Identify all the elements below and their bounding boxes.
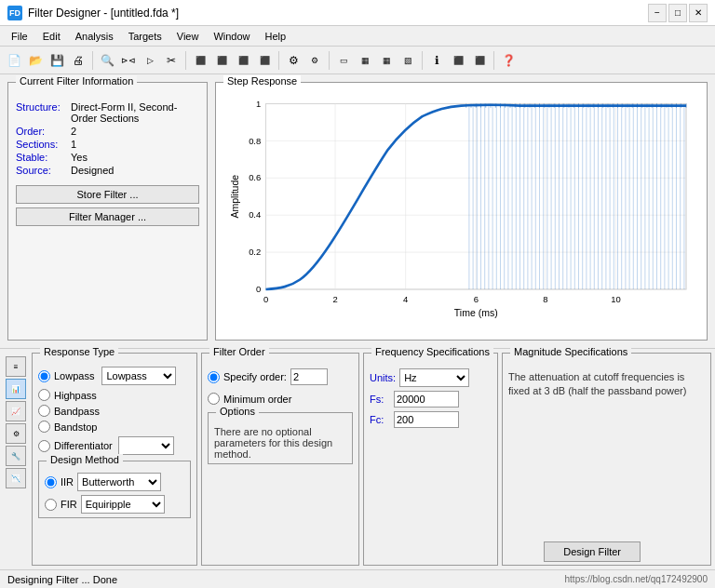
window-controls[interactable]: − □ ✕ [648, 4, 708, 22]
radio-highpass-label: Highpass [54, 390, 97, 401]
radio-lowpass-input[interactable] [38, 370, 50, 382]
sidebar-btn-2[interactable]: 📊 [6, 379, 26, 399]
toolbar-settings[interactable]: ⚙ [283, 50, 304, 71]
menu-file[interactable]: File [4, 29, 35, 44]
close-button[interactable]: ✕ [689, 4, 708, 22]
toolbar-b1[interactable]: ⬛ [190, 50, 210, 71]
toolbar-open[interactable]: 📂 [25, 50, 46, 71]
filter-info-buttons: Store Filter ... Filter Manager ... [16, 185, 199, 226]
toolbar-sep-3 [278, 51, 279, 70]
toolbar-b6[interactable]: ▦ [376, 50, 397, 71]
toolbar-settings2[interactable]: ⚙ [304, 50, 325, 71]
minimum-order-row: Minimum order [208, 393, 353, 405]
freq-spec-title: Frequency Specifications [371, 346, 493, 357]
store-filter-button[interactable]: Store Filter ... [16, 185, 199, 204]
svg-text:2: 2 [332, 294, 337, 304]
toolbar-sep-6 [493, 51, 494, 70]
design-filter-area: Design Filter [544, 541, 641, 562]
radio-bandstop: Bandstop [38, 421, 191, 433]
prop-structure-value: Direct-Form II, Second-Order Sections [71, 101, 199, 124]
fir-label: FIR [61, 499, 77, 510]
toolbar-cut[interactable]: ✂ [161, 50, 182, 71]
radio-bandstop-input[interactable] [38, 421, 50, 433]
title-bar: FD Filter Designer - [untitled.fda *] − … [0, 0, 715, 26]
toolbar-rect[interactable]: ▭ [333, 50, 354, 71]
toolbar-b9[interactable]: ⬛ [469, 50, 490, 71]
toolbar-b2[interactable]: ⬛ [211, 50, 232, 71]
toolbar-b8[interactable]: ⬛ [448, 50, 468, 71]
svg-text:0.6: 0.6 [249, 172, 261, 182]
lowpass-select[interactable]: Lowpass [101, 367, 176, 385]
svg-text:1: 1 [256, 99, 261, 109]
sidebar-btn-6[interactable]: 📉 [6, 468, 26, 488]
sidebar-btn-5[interactable]: 🔧 [6, 446, 26, 466]
radio-differentiator-input[interactable] [38, 440, 50, 452]
mag-spec-title: Magnitude Specifications [510, 346, 631, 357]
toolbar-zoom[interactable]: 🔍 [97, 50, 117, 71]
fir-select[interactable]: Equiripple Least Squares Window [81, 495, 165, 514]
iir-radio[interactable] [45, 476, 57, 488]
toolbar-b5[interactable]: ▦ [355, 50, 375, 71]
left-sidebar: ≡ 📊 📈 ⚙ 🔧 📉 [4, 353, 28, 566]
menu-view[interactable]: View [169, 29, 207, 44]
toolbar-zoom2[interactable]: ⊳⊲ [118, 50, 139, 71]
radio-lowpass-label: Lowpass [54, 370, 94, 381]
toolbar-sep-2 [185, 51, 186, 70]
minimum-order-label: Minimum order [223, 394, 291, 405]
design-filter-button[interactable]: Design Filter [544, 541, 641, 562]
toolbar-new[interactable]: 📄 [4, 50, 24, 71]
menu-window[interactable]: Window [206, 29, 257, 44]
radio-highpass: Highpass [38, 389, 191, 401]
sidebar-btn-3[interactable]: 📈 [6, 401, 26, 421]
window-title: Filter Designer - [untitled.fda *] [28, 7, 179, 20]
minimize-button[interactable]: − [648, 4, 667, 22]
filter-manager-button[interactable]: Filter Manager ... [16, 207, 199, 226]
minimum-order-radio[interactable] [208, 393, 220, 405]
differentiator-select[interactable] [118, 436, 174, 455]
radio-bandpass-input[interactable] [38, 405, 50, 417]
radio-highpass-input[interactable] [38, 389, 50, 401]
units-row: Units: Hz kHz MHz Normalized [370, 368, 492, 387]
sidebar-btn-1[interactable]: ≡ [6, 356, 26, 377]
toolbar-save[interactable]: 💾 [47, 50, 67, 71]
specify-order-input[interactable] [290, 368, 328, 385]
step-response-panel: Step Response [215, 82, 708, 341]
options-box: Options There are no optional parameters… [208, 412, 353, 464]
svg-text:4: 4 [403, 294, 408, 304]
prop-order-value: 2 [71, 126, 76, 137]
menu-bar: File Edit Analysis Targets View Window H… [0, 26, 715, 47]
radio-bandstop-label: Bandstop [54, 421, 97, 433]
menu-analysis[interactable]: Analysis [68, 29, 121, 44]
fc-label: Fc: [370, 414, 390, 425]
units-select[interactable]: Hz kHz MHz Normalized [399, 368, 469, 387]
fs-input[interactable] [394, 391, 459, 408]
svg-text:0.4: 0.4 [249, 209, 261, 220]
toolbar-print[interactable]: 🖨 [68, 50, 88, 71]
step-response-chart: 1 0.8 0.6 0.4 0.2 0 0 2 4 6 8 10 Time (m… [223, 94, 699, 343]
menu-edit[interactable]: Edit [35, 29, 68, 44]
main-content: Current Filter Information Structure: Di… [0, 74, 715, 588]
fir-radio[interactable] [45, 499, 57, 511]
toolbar-b7[interactable]: ▧ [398, 50, 418, 71]
maximize-button[interactable]: □ [668, 4, 687, 22]
sidebar-btn-4[interactable]: ⚙ [6, 423, 26, 444]
design-method-box: Design Method IIR Butterworth Chebyshev … [38, 461, 191, 518]
toolbar-help[interactable]: ❓ [498, 50, 519, 71]
radio-lowpass: Lowpass Lowpass [38, 367, 191, 385]
menu-targets[interactable]: Targets [121, 29, 169, 44]
iir-select[interactable]: Butterworth Chebyshev I Chebyshev II Ell… [77, 473, 161, 491]
toolbar-info[interactable]: ℹ [426, 50, 447, 71]
fc-input[interactable] [394, 411, 459, 428]
svg-text:Time (ms): Time (ms) [454, 307, 498, 318]
filter-info-panel: Current Filter Information Structure: Di… [7, 82, 208, 341]
menu-help[interactable]: Help [258, 29, 294, 44]
prop-order-label: Order: [16, 126, 67, 137]
toolbar-pan[interactable]: ▷ [140, 50, 160, 71]
radio-bandpass-label: Bandpass [54, 406, 100, 417]
prop-structure: Structure: Direct-Form II, Second-Order … [16, 101, 199, 124]
toolbar-b4[interactable]: ⬛ [254, 50, 275, 71]
toolbar-b3[interactable]: ⬛ [233, 50, 253, 71]
specify-order-radio[interactable] [208, 371, 220, 383]
fc-row: Fc: [370, 411, 492, 428]
filter-info-content: Structure: Direct-Form II, Second-Order … [16, 101, 199, 176]
